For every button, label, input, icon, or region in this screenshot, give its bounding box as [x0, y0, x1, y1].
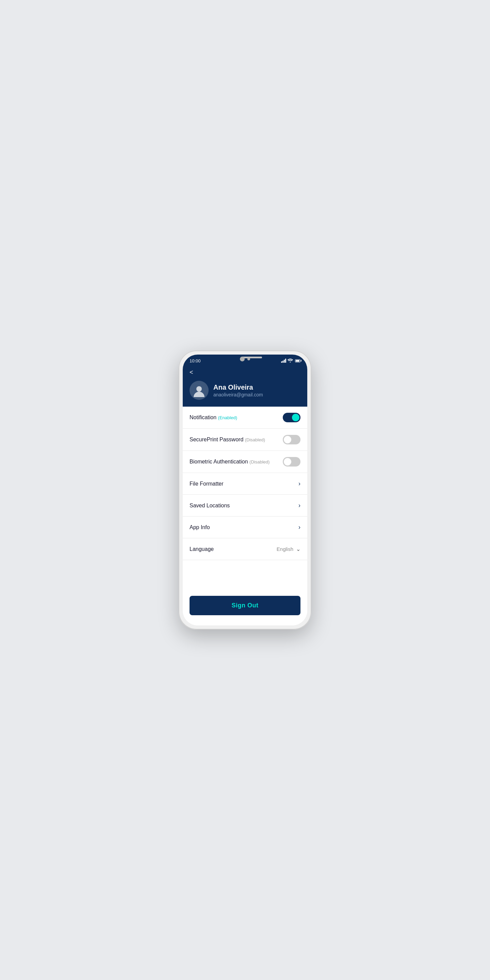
sign-out-button[interactable]: Sign Out [189, 596, 301, 615]
secure-print-toggle[interactable] [283, 435, 301, 444]
user-info: Ana Oliveira anaoliveira@gmail.com [189, 381, 301, 400]
notification-label: Notification (Enabled) [189, 414, 237, 421]
status-icons [281, 358, 301, 363]
back-button[interactable]: < [189, 369, 193, 376]
spacer [183, 560, 307, 574]
sign-out-area: Sign Out [183, 589, 307, 625]
saved-locations-setting[interactable]: Saved Locations › [183, 495, 307, 517]
app-info-setting[interactable]: App Info › [183, 517, 307, 538]
biometric-setting[interactable]: Biometric Authentication (Disabled) [183, 451, 307, 473]
notification-setting[interactable]: Notification (Enabled) [183, 407, 307, 429]
user-email: anaoliveira@gmail.com [213, 392, 263, 398]
profile-header: < Ana Oliveira anaoliveira@gmail.com [183, 366, 307, 407]
secure-print-status: (Disabled) [245, 437, 265, 442]
biometric-toggle[interactable] [283, 457, 301, 466]
language-chevron-down-icon[interactable]: ⌄ [296, 546, 301, 552]
language-label: Language [189, 546, 214, 552]
front-sensor [247, 358, 250, 360]
app-info-label: App Info [189, 524, 210, 530]
biometric-label: Biometric Authentication (Disabled) [189, 459, 269, 465]
user-details: Ana Oliveira anaoliveira@gmail.com [213, 383, 263, 398]
language-right: English ⌄ [277, 546, 301, 552]
saved-locations-chevron-icon: › [298, 502, 301, 509]
notification-toggle[interactable] [283, 413, 301, 422]
notification-toggle-knob [292, 414, 299, 421]
language-value: English [277, 546, 293, 552]
camera-area [240, 356, 250, 361]
notification-status: (Enabled) [218, 415, 237, 420]
secure-print-setting[interactable]: SecurePrint Password (Disabled) [183, 429, 307, 451]
app-info-chevron-icon: › [298, 524, 301, 531]
signal-icon [281, 359, 286, 363]
avatar [189, 381, 208, 400]
user-name: Ana Oliveira [213, 383, 263, 391]
svg-point-0 [196, 386, 202, 392]
file-formatter-setting[interactable]: File Formatter › [183, 473, 307, 495]
phone-screen: 10:00 [183, 355, 307, 625]
status-time: 10:00 [189, 358, 201, 363]
secure-print-toggle-knob [284, 436, 291, 443]
language-setting[interactable]: Language English ⌄ [183, 538, 307, 560]
battery-icon [295, 360, 301, 363]
settings-list: Notification (Enabled) SecurePrint Passw… [183, 407, 307, 589]
biometric-toggle-knob [284, 458, 291, 466]
secure-print-label: SecurePrint Password (Disabled) [189, 437, 265, 443]
phone-frame: 10:00 [179, 350, 311, 630]
biometric-status: (Disabled) [250, 460, 269, 465]
wifi-icon [288, 358, 293, 363]
camera-lens [240, 356, 245, 361]
file-formatter-chevron-icon: › [298, 480, 301, 487]
saved-locations-label: Saved Locations [189, 503, 230, 509]
file-formatter-label: File Formatter [189, 481, 224, 487]
